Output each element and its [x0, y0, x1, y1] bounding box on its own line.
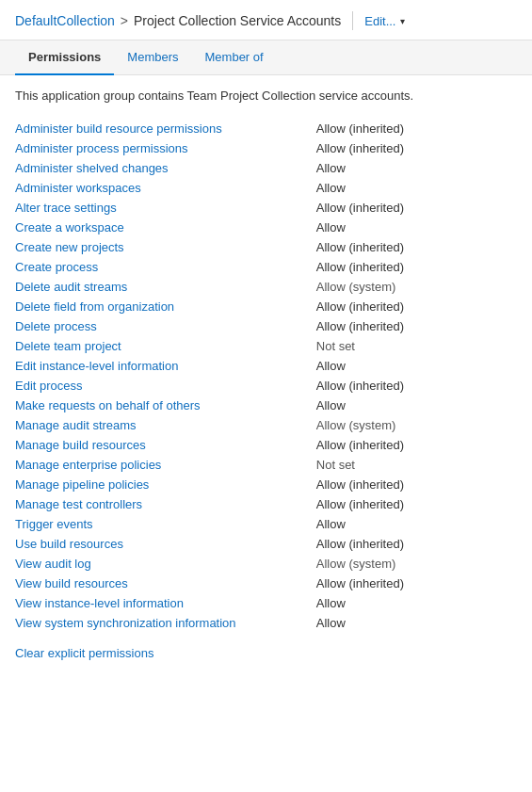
- chevron-down-icon: ▾: [400, 16, 405, 26]
- permission-value: Allow (system): [316, 554, 517, 574]
- permission-value: Allow (inherited): [316, 376, 517, 396]
- permission-name[interactable]: View instance-level information: [15, 593, 316, 613]
- permission-name[interactable]: View build resources: [15, 574, 316, 593]
- table-row: View audit logAllow (system): [15, 554, 517, 574]
- table-row: Use build resourcesAllow (inherited): [15, 534, 517, 554]
- table-row: Manage audit streamsAllow (system): [15, 415, 517, 435]
- table-row: Manage enterprise policiesNot set: [15, 455, 517, 475]
- permission-value: Allow: [316, 356, 517, 376]
- permission-name[interactable]: View audit log: [15, 554, 316, 574]
- permission-value: Allow (inherited): [316, 257, 517, 277]
- tab-permissions[interactable]: Permissions: [15, 40, 114, 75]
- permission-value: Allow (system): [316, 415, 517, 435]
- permission-name[interactable]: Administer build resource permissions: [15, 119, 316, 138]
- page-header: DefaultCollection > Project Collection S…: [0, 0, 532, 40]
- edit-label: Edit...: [364, 14, 395, 28]
- permission-value: Allow (inherited): [316, 574, 517, 593]
- permission-name[interactable]: Administer workspaces: [15, 178, 316, 198]
- permission-value: Allow (inherited): [316, 494, 517, 514]
- description-text: This application group contains Team Pro…: [15, 87, 517, 105]
- table-row: Delete processAllow (inherited): [15, 316, 517, 336]
- table-row: Create a workspaceAllow: [15, 218, 517, 237]
- permission-value: Allow: [316, 178, 517, 198]
- permission-name[interactable]: Create a workspace: [15, 218, 316, 237]
- table-row: Manage build resourcesAllow (inherited): [15, 435, 517, 455]
- permission-name[interactable]: Make requests on behalf of others: [15, 396, 316, 415]
- permission-value: Allow: [316, 218, 517, 237]
- breadcrumb-collection[interactable]: DefaultCollection: [15, 13, 115, 28]
- permission-name[interactable]: Delete audit streams: [15, 277, 316, 297]
- table-row: Administer workspacesAllow: [15, 178, 517, 198]
- table-row: Administer process permissionsAllow (inh…: [15, 138, 517, 158]
- table-row: Administer shelved changesAllow: [15, 158, 517, 178]
- table-row: Make requests on behalf of othersAllow: [15, 396, 517, 415]
- table-row: Alter trace settingsAllow (inherited): [15, 198, 517, 218]
- table-row: Edit instance-level informationAllow: [15, 356, 517, 376]
- table-row: Delete audit streamsAllow (system): [15, 277, 517, 297]
- table-row: Edit processAllow (inherited): [15, 376, 517, 396]
- permission-name[interactable]: Trigger events: [15, 514, 316, 534]
- permission-value: Allow (inherited): [316, 534, 517, 554]
- header-divider: [352, 11, 353, 30]
- permission-value: Allow (inherited): [316, 297, 517, 316]
- main-content: This application group contains Team Pro…: [0, 75, 532, 671]
- permission-value: Allow: [316, 593, 517, 613]
- permissions-table: Administer build resource permissionsAll…: [15, 119, 517, 633]
- permission-value: Not set: [316, 455, 517, 475]
- permission-name[interactable]: Create process: [15, 257, 316, 277]
- permission-name[interactable]: Administer process permissions: [15, 138, 316, 158]
- permission-value: Allow: [316, 613, 517, 633]
- permission-name[interactable]: Administer shelved changes: [15, 158, 316, 178]
- table-row: Manage test controllersAllow (inherited): [15, 494, 517, 514]
- permission-value: Allow: [316, 514, 517, 534]
- permission-value: Allow (inherited): [316, 119, 517, 138]
- table-row: View build resourcesAllow (inherited): [15, 574, 517, 593]
- permission-name[interactable]: Manage enterprise policies: [15, 455, 316, 475]
- permission-name[interactable]: Manage build resources: [15, 435, 316, 455]
- permission-value: Allow (inherited): [316, 475, 517, 494]
- table-row: Create processAllow (inherited): [15, 257, 517, 277]
- permission-name[interactable]: View system synchronization information: [15, 613, 316, 633]
- permission-value: Allow (inherited): [316, 138, 517, 158]
- table-row: Delete field from organizationAllow (inh…: [15, 297, 517, 316]
- permission-name[interactable]: Manage pipeline policies: [15, 475, 316, 494]
- table-row: View instance-level informationAllow: [15, 593, 517, 613]
- tabs-bar: PermissionsMembersMember of: [0, 40, 532, 75]
- permission-name[interactable]: Delete process: [15, 316, 316, 336]
- permission-value: Allow (inherited): [316, 316, 517, 336]
- permission-name[interactable]: Create new projects: [15, 237, 316, 257]
- permission-name[interactable]: Delete team project: [15, 336, 316, 356]
- table-row: Trigger eventsAllow: [15, 514, 517, 534]
- permission-name[interactable]: Use build resources: [15, 534, 316, 554]
- edit-button[interactable]: Edit... ▾: [364, 14, 404, 28]
- table-row: Create new projectsAllow (inherited): [15, 237, 517, 257]
- permission-value: Allow (system): [316, 277, 517, 297]
- tab-members[interactable]: Members: [114, 40, 191, 75]
- permission-value: Allow (inherited): [316, 237, 517, 257]
- breadcrumb: DefaultCollection > Project Collection S…: [15, 13, 341, 28]
- permission-name[interactable]: Manage audit streams: [15, 415, 316, 435]
- table-row: Manage pipeline policiesAllow (inherited…: [15, 475, 517, 494]
- permission-name[interactable]: Delete field from organization: [15, 297, 316, 316]
- permission-value: Allow (inherited): [316, 198, 517, 218]
- permission-name[interactable]: Edit process: [15, 376, 316, 396]
- permission-value: Not set: [316, 336, 517, 356]
- permission-name[interactable]: Alter trace settings: [15, 198, 316, 218]
- breadcrumb-separator: >: [121, 13, 128, 28]
- tab-member-of[interactable]: Member of: [192, 40, 277, 75]
- permission-name[interactable]: Edit instance-level information: [15, 356, 316, 376]
- breadcrumb-current: Project Collection Service Accounts: [134, 13, 341, 28]
- table-row: View system synchronization informationA…: [15, 613, 517, 633]
- permission-value: Allow: [316, 396, 517, 415]
- permission-value: Allow (inherited): [316, 435, 517, 455]
- table-row: Delete team projectNot set: [15, 336, 517, 356]
- permission-name[interactable]: Manage test controllers: [15, 494, 316, 514]
- clear-permissions-link[interactable]: Clear explicit permissions: [15, 646, 153, 660]
- permission-value: Allow: [316, 158, 517, 178]
- table-row: Administer build resource permissionsAll…: [15, 119, 517, 138]
